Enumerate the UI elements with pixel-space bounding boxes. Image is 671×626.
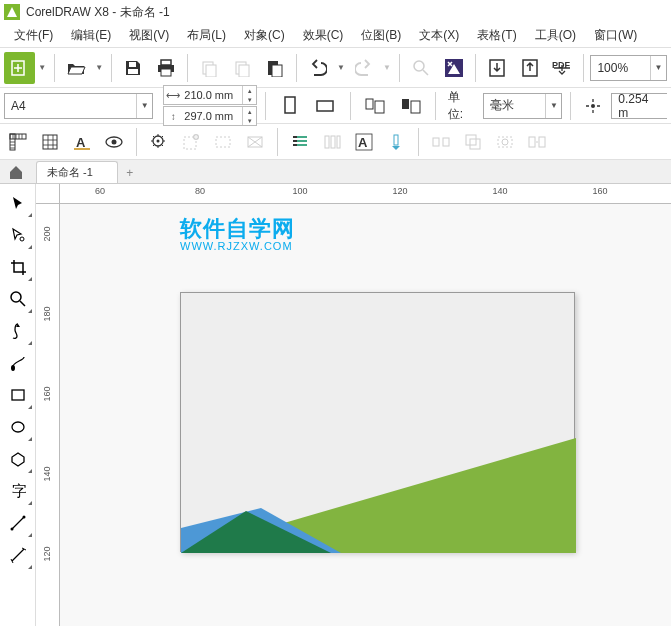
ellipse-tool[interactable] [3,412,33,442]
cut-button[interactable] [194,52,225,84]
page-width-input[interactable]: ⟷ 210.0 mm ▲▼ [163,85,257,105]
nudge-value: 0.254 m [612,92,667,120]
combine-button[interactable] [491,128,519,156]
ruler-vertical[interactable]: 200 180 160 140 120 100 [36,204,60,626]
shape-tool[interactable] [3,220,33,250]
menu-tools[interactable]: 工具(O) [527,25,584,46]
svg-rect-44 [443,138,449,146]
publish-button[interactable] [514,52,545,84]
new-button[interactable] [4,52,35,84]
save-button[interactable] [118,52,149,84]
add-object-button[interactable] [177,128,205,156]
workspace: 字 60 80 100 120 140 160 200 180 160 140 … [0,184,671,626]
ungroup-button[interactable] [459,128,487,156]
svg-rect-18 [317,101,333,111]
eye-button[interactable] [100,128,128,156]
spin-down-icon[interactable]: ▼ [242,95,256,104]
menu-file[interactable]: 文件(F) [6,25,61,46]
undo-button[interactable] [303,52,334,84]
canvas-area[interactable]: 60 80 100 120 140 160 200 180 160 140 12… [36,184,671,626]
height-icon: ↕ [164,111,182,122]
page[interactable] [180,292,575,552]
zoom-value: 100% [591,61,650,75]
pick-tool[interactable] [3,188,33,218]
svg-rect-46 [470,139,480,149]
svg-rect-22 [411,101,420,113]
ruler-origin[interactable] [36,184,60,204]
paste-button[interactable] [259,52,290,84]
menu-table[interactable]: 表格(T) [469,25,524,46]
rectangle-tool[interactable] [3,380,33,410]
zoom-dropdown-icon[interactable]: ▼ [650,56,666,80]
svg-rect-45 [466,135,476,145]
grid-ruler-button[interactable] [4,128,32,156]
tab-label: 未命名 -1 [47,165,93,180]
ruler-horizontal[interactable]: 60 80 100 120 140 160 [60,184,671,204]
export-button[interactable] [482,52,513,84]
units-dropdown-icon[interactable]: ▼ [545,94,561,118]
svg-rect-50 [539,137,545,147]
open-button[interactable] [61,52,92,84]
text-a2-button[interactable]: A [350,128,378,156]
menu-effects[interactable]: 效果(C) [295,25,352,46]
standard-toolbar: ▼ ▼ ▼ ▼ PDF 100% ▼ [0,48,671,88]
menu-window[interactable]: 窗口(W) [586,25,645,46]
menu-text[interactable]: 文本(X) [411,25,467,46]
menu-view[interactable]: 视图(V) [121,25,177,46]
redo-button[interactable] [349,52,380,84]
svg-rect-26 [43,135,57,149]
svg-point-32 [157,139,160,142]
line-tool[interactable] [3,508,33,538]
svg-point-57 [10,528,13,531]
direction-button[interactable] [382,128,410,156]
freehand-tool[interactable] [3,316,33,346]
canvas[interactable]: 软件自学网 WWW.RJZXW.COM [60,204,671,626]
redo-dropdown[interactable]: ▼ [381,52,392,84]
home-icon[interactable] [8,164,24,180]
text-tool[interactable]: 字 [3,476,33,506]
crop-tool[interactable] [3,252,33,282]
import-button[interactable] [438,52,469,84]
page-size-combo[interactable]: A4 ▼ [4,93,153,119]
spin-up-icon[interactable]: ▲ [242,86,256,95]
artistic-media-tool[interactable] [3,348,33,378]
polygon-tool[interactable] [3,444,33,474]
crossed-rect-button[interactable] [241,128,269,156]
pdf-button[interactable]: PDF [547,52,578,84]
text-a-button[interactable]: A [68,128,96,156]
title-bar: CorelDRAW X8 - 未命名 -1 [0,0,671,24]
tab-doc1[interactable]: 未命名 -1 [36,161,118,183]
units-combo[interactable]: 毫米 ▼ [483,93,563,119]
menu-edit[interactable]: 编辑(E) [63,25,119,46]
break-button[interactable] [523,128,551,156]
svg-rect-2 [128,69,138,74]
undo-dropdown[interactable]: ▼ [335,52,346,84]
dimension-tool[interactable] [3,540,33,570]
gear-button[interactable] [145,128,173,156]
page-height-input[interactable]: ↕ 297.0 mm ▲▼ [163,106,257,126]
tab-add-button[interactable]: + [120,163,140,183]
menu-object[interactable]: 对象(C) [236,25,293,46]
current-page-button[interactable] [395,90,427,122]
page-size-dropdown-icon[interactable]: ▼ [136,94,152,118]
all-pages-button[interactable] [359,90,391,122]
menu-bitmap[interactable]: 位图(B) [353,25,409,46]
dashed-rect-button[interactable] [209,128,237,156]
group-align-button[interactable] [427,128,455,156]
portrait-button[interactable] [274,90,306,122]
spin-up-icon[interactable]: ▲ [242,107,256,116]
columns-button[interactable] [318,128,346,156]
spin-down-icon[interactable]: ▼ [242,116,256,125]
landscape-button[interactable] [310,90,342,122]
copy-button[interactable] [227,52,258,84]
grid-button[interactable] [36,128,64,156]
search-button[interactable] [406,52,437,84]
zoom-tool[interactable] [3,284,33,314]
align-list-button[interactable] [286,128,314,156]
zoom-combo[interactable]: 100% ▼ [590,55,667,81]
print-button[interactable] [151,52,182,84]
menu-layout[interactable]: 布局(L) [179,25,234,46]
nudge-input[interactable]: 0.254 m [611,93,667,119]
new-dropdown[interactable]: ▼ [37,52,48,84]
open-dropdown[interactable]: ▼ [94,52,105,84]
